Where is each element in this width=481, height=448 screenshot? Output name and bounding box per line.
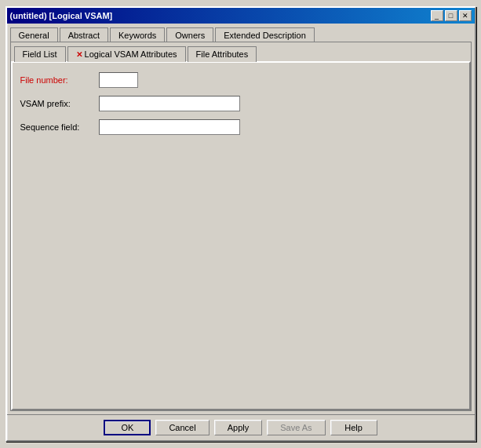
close-button[interactable]: ✕ xyxy=(459,10,472,21)
file-number-label: File number: xyxy=(20,75,99,85)
tab-logical-vsam-attributes[interactable]: ✕ Logical VSAM Attributes xyxy=(67,46,186,62)
vsam-prefix-label: VSAM prefix: xyxy=(20,99,99,108)
ok-button[interactable]: OK xyxy=(104,420,151,435)
window-content: General Abstract Keywords Owners Extende… xyxy=(7,24,475,414)
help-button[interactable]: Help xyxy=(330,420,377,435)
tab-extended-description[interactable]: Extended Description xyxy=(215,27,315,42)
title-bar: (untitled) [Logical VSAM] _ □ ✕ xyxy=(7,8,475,24)
save-as-button[interactable]: Save As xyxy=(267,420,325,435)
apply-button[interactable]: Apply xyxy=(214,420,263,435)
tab-keywords[interactable]: Keywords xyxy=(110,27,165,42)
vsam-prefix-row: VSAM prefix: xyxy=(20,96,461,111)
title-bar-controls: _ □ ✕ xyxy=(431,10,472,21)
sequence-field-input[interactable] xyxy=(99,119,240,135)
active-tab-icon: ✕ xyxy=(76,50,82,59)
minimize-button[interactable]: _ xyxy=(431,10,443,21)
tab-general[interactable]: General xyxy=(10,27,58,42)
panel-content: File number: VSAM prefix: Sequence field… xyxy=(11,61,471,410)
sequence-field-row: Sequence field: xyxy=(20,119,461,135)
tab-file-attributes[interactable]: File Attributes xyxy=(188,46,257,62)
cancel-button[interactable]: Cancel xyxy=(155,420,209,435)
sequence-field-label: Sequence field: xyxy=(20,122,99,132)
tab-owners[interactable]: Owners xyxy=(166,27,213,42)
file-number-row: File number: xyxy=(20,72,461,88)
main-window: (untitled) [Logical VSAM] _ □ ✕ General … xyxy=(5,6,476,442)
tab-row-top: General Abstract Keywords Owners Extende… xyxy=(10,27,472,42)
window-title: (untitled) [Logical VSAM] xyxy=(10,11,113,20)
vsam-prefix-input[interactable] xyxy=(99,96,240,111)
tab-row-bottom: Field List ✕ Logical VSAM Attributes Fil… xyxy=(11,42,471,61)
tab-panel: Field List ✕ Logical VSAM Attributes Fil… xyxy=(10,42,472,411)
tab-abstract[interactable]: Abstract xyxy=(60,27,108,42)
bottom-bar: OK Cancel Apply Save As Help xyxy=(7,414,475,440)
maximize-button[interactable]: □ xyxy=(445,10,457,21)
tab-field-list[interactable]: Field List xyxy=(14,46,66,62)
file-number-input[interactable] xyxy=(99,72,138,88)
